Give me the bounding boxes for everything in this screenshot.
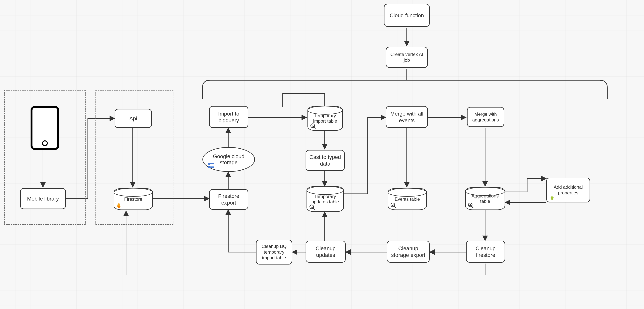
svg-line-12 <box>313 208 314 210</box>
bigquery-icon <box>310 123 316 129</box>
label: Merge with aggregations <box>470 111 501 123</box>
svg-point-3 <box>208 166 209 167</box>
label: Cleanup BQ temporary import table <box>259 244 289 261</box>
node-aggregations-table[interactable]: Aggregations table <box>465 187 505 210</box>
label: Cast to typed data <box>309 154 342 167</box>
label: Cleanup storage export <box>390 245 426 258</box>
label: Events table <box>394 196 420 202</box>
node-cleanup-storage-export[interactable]: Cleanup storage export <box>387 241 430 262</box>
smartphone-icon <box>30 106 59 150</box>
node-add-additional-properties[interactable]: Add additional properties <box>546 178 590 202</box>
node-temp-import-table[interactable]: Temporary import table <box>308 106 343 131</box>
svg-rect-15 <box>312 207 313 208</box>
svg-rect-30 <box>552 199 553 200</box>
node-events-table[interactable]: Events table <box>388 188 427 210</box>
svg-rect-18 <box>392 205 393 206</box>
node-cloud-function[interactable]: Cloud function <box>384 4 430 27</box>
label: Mobile library <box>27 195 59 202</box>
label: Add additional properties <box>550 184 587 196</box>
svg-rect-9 <box>313 125 313 126</box>
svg-rect-24 <box>470 204 471 206</box>
firebase-icon <box>116 202 121 208</box>
node-merge-aggregations[interactable]: Merge with aggregations <box>467 107 504 127</box>
bigquery-icon <box>468 202 474 208</box>
label: Merge with all events <box>389 110 424 124</box>
node-cleanup-firestore[interactable]: Cleanup firestore <box>466 241 505 262</box>
label: Cleanup firestore <box>469 245 502 258</box>
svg-rect-10 <box>314 126 314 126</box>
node-mobile-library[interactable]: Mobile library <box>20 188 66 209</box>
svg-rect-19 <box>393 204 394 206</box>
node-cleanup-bq-tmp[interactable]: Cleanup BQ temporary import table <box>256 240 292 264</box>
node-firestore[interactable]: Firestore <box>114 188 153 210</box>
svg-rect-28 <box>554 197 554 198</box>
svg-line-22 <box>472 206 473 208</box>
svg-point-32 <box>552 196 553 196</box>
svg-line-17 <box>394 206 396 208</box>
label: Firestore export <box>212 193 245 206</box>
svg-rect-4 <box>210 164 214 164</box>
node-cast-typed[interactable]: Cast to typed data <box>306 150 345 171</box>
svg-rect-13 <box>311 207 312 208</box>
node-api[interactable]: Api <box>114 109 152 128</box>
bigquery-icon <box>390 202 396 208</box>
svg-point-31 <box>551 196 552 196</box>
android-icon <box>550 194 554 200</box>
node-create-vertex[interactable]: Create vertex AI job <box>386 47 428 68</box>
label: Import to bigquery <box>212 110 245 124</box>
node-temp-updates-table[interactable]: Temporary updates table <box>306 186 344 212</box>
node-import-bigquery[interactable]: Import to bigquery <box>209 106 248 128</box>
svg-rect-20 <box>394 205 394 206</box>
svg-line-7 <box>314 127 316 128</box>
label: Temporary import table <box>310 113 340 124</box>
node-firestore-export[interactable]: Firestore export <box>209 189 248 210</box>
svg-rect-25 <box>471 205 472 206</box>
label: Cleanup updates <box>309 245 342 258</box>
diagram-canvas: Cloud function Create vertex AI job Api … <box>0 0 644 309</box>
node-merge-all-events[interactable]: Merge with all events <box>386 106 428 128</box>
server-icon <box>208 162 214 168</box>
svg-rect-8 <box>312 126 312 126</box>
svg-rect-26 <box>550 197 553 199</box>
bigquery-icon <box>309 204 315 210</box>
svg-rect-14 <box>312 206 312 208</box>
label: Firestore <box>124 196 142 202</box>
node-gcs[interactable]: Google cloud storage <box>202 147 255 172</box>
svg-rect-27 <box>550 197 550 198</box>
svg-point-2 <box>208 164 209 164</box>
label: Api <box>129 115 137 122</box>
node-cleanup-updates[interactable]: Cleanup updates <box>306 241 346 262</box>
svg-rect-5 <box>210 166 214 167</box>
svg-rect-29 <box>551 199 552 200</box>
label: Cloud function <box>390 12 424 19</box>
svg-rect-23 <box>470 205 470 206</box>
label: Temporary updates table <box>309 194 342 204</box>
label: Create vertex AI job <box>389 52 424 63</box>
